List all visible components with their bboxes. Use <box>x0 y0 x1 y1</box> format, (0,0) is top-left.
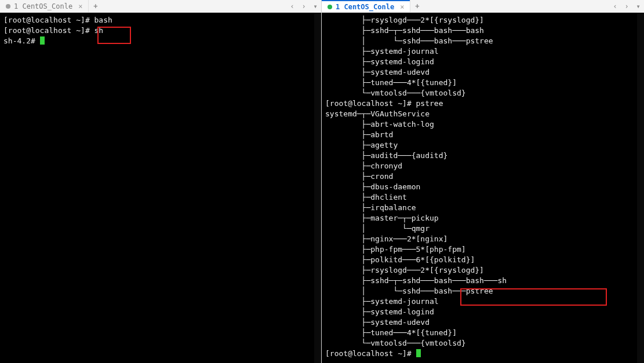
terminal-line: [root@localhost ~]# pstree <box>325 98 641 109</box>
terminal-line: [root@localhost ~]# bash <box>3 15 318 25</box>
terminal-line: ├─chronyd <box>325 161 641 171</box>
terminal-line: └─vmtoolsd───{vmtoolsd} <box>325 88 641 98</box>
tab-centos-left[interactable]: 1 CentOS_Conle × <box>0 0 88 12</box>
chevron-right-icon[interactable]: › <box>621 0 632 12</box>
add-tab-button[interactable]: + <box>88 0 102 12</box>
terminal-line: ├─tuned───4*[{tuned}] <box>325 328 641 338</box>
terminal-line: ├─dbus-daemon <box>325 182 641 192</box>
terminal-line: │ └─sshd───bash───pstree <box>325 286 641 296</box>
menu-icon[interactable]: ▾ <box>632 0 644 12</box>
terminal-line: ├─systemd-udevd <box>325 67 641 78</box>
terminal-line: │ └─sshd───bash───pstree <box>325 36 641 46</box>
terminal-line: ├─systemd-logind <box>325 307 641 317</box>
terminal-line: ├─systemd-journal <box>325 46 641 57</box>
terminal-line: │ └─qmgr <box>325 223 641 234</box>
chevron-left-icon[interactable]: ‹ <box>609 0 621 12</box>
terminal-line: [root@localhost ~]# <box>325 349 641 359</box>
left-pane: 1 CentOS_Conle × + ‹ › ▾ [root@localhost… <box>0 0 322 363</box>
terminal-line: └─vmtoolsd───{vmtoolsd} <box>325 338 641 349</box>
terminal-left[interactable]: [root@localhost ~]# bash[root@localhost … <box>0 13 321 363</box>
plus-icon: + <box>93 2 97 10</box>
terminal-line: ├─rsyslogd───2*[{rsyslogd}] <box>325 265 641 276</box>
terminal-line: ├─nginx───2*[nginx] <box>325 234 641 244</box>
plus-icon: + <box>415 2 419 10</box>
left-tabbar: 1 CentOS_Conle × + ‹ › ▾ <box>0 0 321 13</box>
terminal-line: ├─systemd-journal <box>325 296 641 307</box>
add-tab-button[interactable]: + <box>410 0 424 12</box>
scrollbar[interactable] <box>637 13 644 363</box>
terminal-line: ├─agetty <box>325 140 641 151</box>
terminal-line: ├─systemd-logind <box>325 57 641 67</box>
terminal-line: ├─php-fpm───5*[php-fpm] <box>325 244 641 255</box>
chevron-left-icon[interactable]: ‹ <box>286 0 298 12</box>
right-pane: 1 CentOS_Conle × + ‹ › ▾ ├─rsyslogd───2*… <box>322 0 644 363</box>
terminal-line: ├─crond <box>325 171 641 182</box>
terminal-line: ├─sshd─┬─sshd───bash───bash <box>325 25 641 36</box>
status-dot-icon <box>6 4 10 9</box>
terminal-line: ├─dhclient <box>325 192 641 203</box>
terminal-line: ├─auditd───{auditd} <box>325 151 641 161</box>
menu-icon[interactable]: ▾ <box>310 0 321 12</box>
close-icon[interactable]: × <box>76 2 82 10</box>
tab-nav-right: ‹ › ▾ <box>609 0 644 12</box>
terminal-line: ├─polkitd───6*[{polkitd}] <box>325 255 641 265</box>
terminal-line: ├─abrtd <box>325 130 641 140</box>
tab-nav-left: ‹ › ▾ <box>286 0 321 12</box>
terminal-line: ├─rsyslogd───2*[{rsyslogd}] <box>325 15 641 25</box>
terminal-line: ├─abrt-watch-log <box>325 119 641 130</box>
terminal-line: ├─irqbalance <box>325 203 641 213</box>
status-dot-icon <box>328 5 332 9</box>
terminal-line: ├─master─┬─pickup <box>325 213 641 223</box>
tab-centos-right[interactable]: 1 CentOS_Conle × <box>322 0 410 12</box>
tab-label: 1 CentOS_Conle <box>14 2 72 10</box>
terminal-line: ├─tuned───4*[{tuned}] <box>325 78 641 88</box>
cursor <box>40 36 45 45</box>
right-tabbar: 1 CentOS_Conle × + ‹ › ▾ <box>322 0 644 13</box>
close-icon[interactable]: × <box>398 3 404 11</box>
terminal-line: systemd─┬─VGAuthService <box>325 109 641 119</box>
tab-label: 1 CentOS_Conle <box>336 3 394 11</box>
terminal-line: ├─systemd-udevd <box>325 317 641 328</box>
terminal-right[interactable]: ├─rsyslogd───2*[{rsyslogd}] ├─sshd─┬─ssh… <box>322 13 644 363</box>
terminal-line: [root@localhost ~]# sh <box>3 25 318 36</box>
scrollbar[interactable] <box>314 13 321 363</box>
terminal-line: ├─sshd─┬─sshd───bash───bash───sh <box>325 276 641 286</box>
app-root: 1 CentOS_Conle × + ‹ › ▾ [root@localhost… <box>0 0 644 363</box>
chevron-right-icon[interactable]: › <box>298 0 310 12</box>
terminal-line: sh-4.2# <box>3 36 318 46</box>
cursor <box>416 349 421 357</box>
